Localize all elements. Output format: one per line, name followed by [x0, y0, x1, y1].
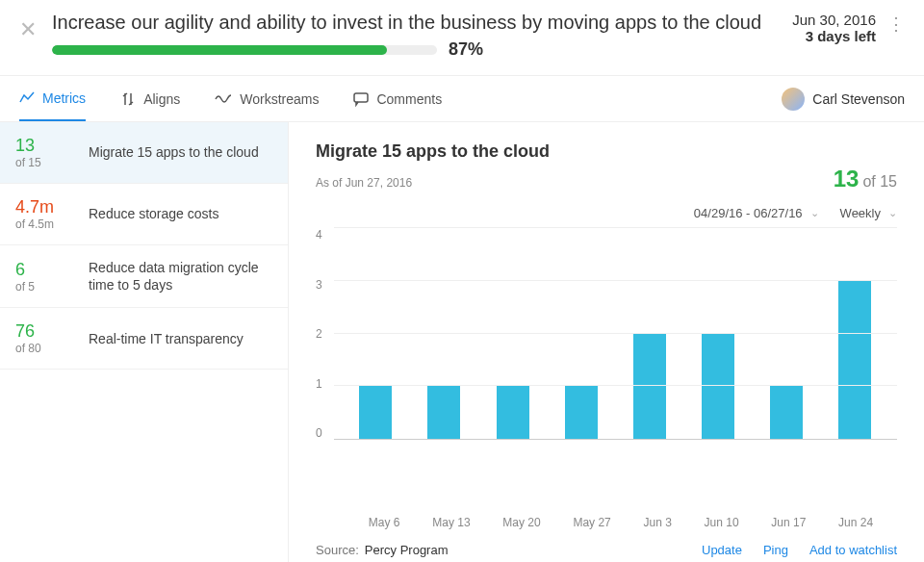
metric-value: 76	[15, 321, 73, 342]
source-value: Percy Program	[365, 543, 449, 557]
date-range-dropdown[interactable]: 04/29/16 - 06/27/16 ⌄	[694, 206, 819, 220]
metric-label: Reduce storage costs	[89, 205, 272, 222]
update-link[interactable]: Update	[702, 543, 742, 557]
chart-bar	[838, 281, 871, 439]
aligns-icon	[120, 91, 136, 107]
chart-bar	[427, 386, 460, 439]
header-main: Increase our agility and ability to inve…	[52, 12, 773, 60]
x-tick: Jun 24	[838, 516, 873, 529]
tab-aligns[interactable]: Aligns	[120, 76, 180, 121]
detail-of: of 15	[862, 173, 897, 191]
detail-title: Migrate 15 apps to the cloud	[316, 141, 897, 162]
x-axis: May 6May 13May 20May 27Jun 3Jun 10Jun 17…	[345, 510, 897, 529]
metric-item[interactable]: 76of 80Real-time IT transparency	[0, 308, 288, 370]
due-date: Jun 30, 2016	[792, 12, 876, 28]
metric-label: Migrate 15 apps to the cloud	[89, 143, 272, 161]
goal-title: Increase our agility and ability to inve…	[52, 12, 773, 34]
chart-bar	[565, 386, 598, 439]
metrics-icon	[19, 90, 35, 106]
chart: 43210	[316, 228, 897, 510]
metric-value: 6	[15, 260, 73, 280]
y-axis: 43210	[316, 228, 334, 440]
metric-value: 4.7m	[15, 197, 73, 217]
chart-bar	[633, 334, 666, 440]
x-tick: Jun 10	[705, 516, 739, 529]
tab-comments[interactable]: Comments	[353, 76, 442, 121]
days-left: 3 days left	[792, 28, 876, 44]
metric-label: Reduce data migration cycle time to 5 da…	[89, 259, 272, 294]
workstreams-icon	[215, 91, 232, 107]
metric-label: Real-time IT transparency	[89, 330, 272, 347]
metric-item[interactable]: 4.7mof 4.5mReduce storage costs	[0, 184, 288, 245]
owner-name: Carl Stevenson	[812, 91, 905, 107]
chevron-down-icon: ⌄	[810, 207, 819, 219]
svg-rect-0	[354, 93, 368, 102]
chart-bar	[702, 334, 734, 440]
tab-label: Workstreams	[240, 91, 319, 107]
comments-icon	[353, 91, 369, 107]
metric-of: of 15	[15, 156, 73, 169]
source-label: Source:	[316, 543, 359, 557]
progress-bar	[52, 45, 437, 55]
progress-percent: 87%	[449, 39, 483, 60]
interval-label: Weekly	[840, 206, 881, 220]
metric-of: of 4.5m	[15, 217, 73, 231]
interval-dropdown[interactable]: Weekly ⌄	[840, 206, 897, 220]
header-dates: Jun 30, 2016 3 days left	[792, 12, 876, 44]
x-tick: Jun 3	[644, 516, 672, 529]
detail-value: 13	[834, 166, 860, 192]
x-tick: Jun 17	[771, 516, 806, 529]
metric-value: 13	[15, 136, 73, 156]
tab-label: Comments	[376, 91, 442, 107]
date-range-label: 04/29/16 - 06/27/16	[694, 206, 803, 220]
ping-link[interactable]: Ping	[763, 543, 788, 557]
x-tick: May 27	[573, 516, 610, 529]
as-of-label: As of Jun 27, 2016	[316, 176, 412, 190]
tab-label: Metrics	[42, 90, 86, 106]
metric-of: of 5	[15, 280, 73, 294]
owner-chip[interactable]: Carl Stevenson	[782, 88, 905, 111]
metric-of: of 80	[15, 342, 73, 355]
chart-bar	[497, 386, 529, 439]
tab-label: Aligns	[143, 91, 180, 107]
x-tick: May 6	[369, 516, 400, 529]
x-tick: May 13	[432, 516, 470, 529]
close-icon[interactable]: ✕	[19, 17, 37, 42]
tab-workstreams[interactable]: Workstreams	[215, 76, 319, 121]
more-menu-icon[interactable]: ⋮	[887, 13, 905, 35]
watchlist-link[interactable]: Add to watchlist	[809, 543, 897, 557]
tab-metrics[interactable]: Metrics	[19, 76, 86, 121]
chart-plot	[334, 228, 897, 440]
avatar	[782, 88, 805, 111]
metrics-sidebar: 13of 15Migrate 15 apps to the cloud4.7mo…	[0, 122, 289, 562]
chart-bar	[770, 386, 803, 439]
chart-bar	[359, 386, 392, 439]
metric-item[interactable]: 6of 5Reduce data migration cycle time to…	[0, 245, 288, 308]
metric-item[interactable]: 13of 15Migrate 15 apps to the cloud	[0, 122, 288, 184]
chevron-down-icon: ⌄	[888, 207, 897, 219]
x-tick: May 20	[502, 516, 540, 529]
